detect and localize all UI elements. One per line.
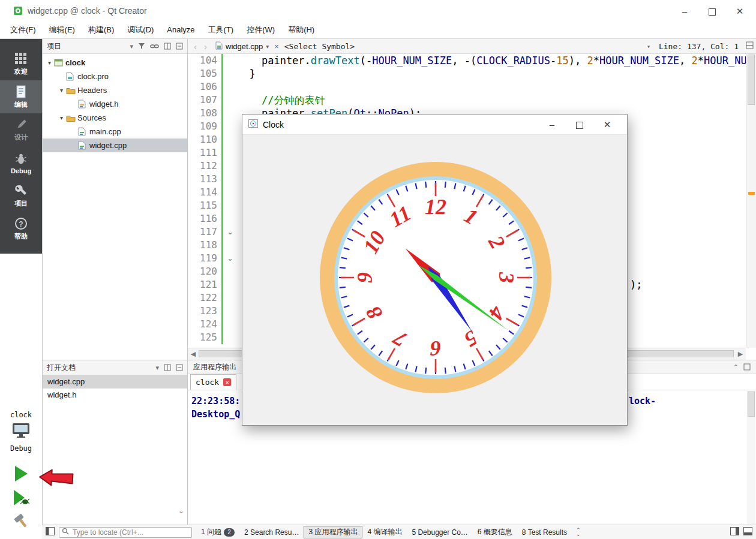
output-panel-title: 应用程序输出 xyxy=(193,362,236,372)
sync-with-editor-icon[interactable] xyxy=(150,43,159,50)
tree-item-widget.cpp[interactable]: widget.cpp xyxy=(43,138,187,152)
close-button[interactable]: ✕ xyxy=(726,0,754,22)
menu-item[interactable]: 编辑(E) xyxy=(43,22,82,38)
fold-column xyxy=(223,305,237,318)
open-document-item[interactable]: widget.h xyxy=(43,389,187,402)
tree-item-clock[interactable]: ▾clock xyxy=(43,56,187,70)
output-tab-clock[interactable]: clock ✕ xyxy=(190,374,236,390)
close-document-icon[interactable]: × xyxy=(274,42,279,51)
clock-minimize-button[interactable]: – xyxy=(538,115,566,134)
tree-item-Sources[interactable]: ▾Sources xyxy=(43,111,187,125)
mode-tab-edit[interactable]: 编辑 xyxy=(0,80,42,113)
run-debug-button[interactable] xyxy=(0,489,42,508)
clock-window-titlebar[interactable]: Clock – ✕ xyxy=(242,115,627,135)
maximize-panel-icon[interactable] xyxy=(743,363,751,371)
output-scroll-thumb[interactable] xyxy=(748,392,755,417)
symbol-selector[interactable]: <Select Symbol> ▾ xyxy=(284,42,659,51)
panel-dropdown-icon[interactable]: ▾ xyxy=(130,43,133,50)
clock-close-button[interactable]: ✕ xyxy=(593,115,621,134)
menu-item[interactable]: 控件(W) xyxy=(240,22,281,38)
build-button[interactable] xyxy=(0,511,42,531)
output-pane-button[interactable]: 1 问题2 xyxy=(196,526,239,538)
line-number: 113 xyxy=(188,173,221,186)
close-panel-icon[interactable] xyxy=(176,364,183,371)
filter-icon[interactable] xyxy=(138,43,145,50)
scroll-down-icon[interactable]: ⌄ xyxy=(178,507,184,515)
fold-column xyxy=(223,278,237,291)
fold-marker-icon[interactable]: ⌄ xyxy=(223,225,237,239)
menu-item[interactable]: 帮助(H) xyxy=(281,22,321,38)
tree-item-Headers[interactable]: ▾Headers xyxy=(43,83,187,97)
mode-tab-welcome[interactable]: 欢迎 xyxy=(0,47,42,80)
panel-dropdown-icon[interactable]: ▾ xyxy=(155,364,159,372)
fold-column xyxy=(223,212,237,225)
output-pane-button[interactable]: 5 Debugger Co… xyxy=(407,527,472,538)
forward-icon[interactable]: › xyxy=(200,41,211,52)
output-pane-button[interactable]: 3 应用程序输出 xyxy=(304,526,362,538)
editor-vertical-scrollbar[interactable] xyxy=(746,54,756,348)
output-pane-button[interactable]: 6 概要信息 xyxy=(473,526,517,538)
split-panel-icon[interactable] xyxy=(164,364,171,371)
line-number: 118 xyxy=(188,239,221,252)
run-icon xyxy=(13,475,29,484)
code-text: painter.drawText(-HOUR_NUM_SIZE, -(CLOCK… xyxy=(237,54,746,67)
menu-item[interactable]: Analyze xyxy=(160,22,201,38)
svg-text:3: 3 xyxy=(494,272,518,283)
output-pane-button[interactable]: 8 Test Results xyxy=(517,527,572,538)
file-pro-icon xyxy=(66,72,77,81)
fold-column xyxy=(223,54,237,67)
close-panel-icon[interactable] xyxy=(176,43,183,50)
maximize-button[interactable] xyxy=(698,0,726,22)
code-text: } xyxy=(237,67,256,80)
output-pane-button[interactable]: 2 Search Resu… xyxy=(239,527,304,538)
chevron-down-icon[interactable]: ▾ xyxy=(57,115,66,121)
code-text: //分钟的表针 xyxy=(237,94,325,107)
scroll-left-icon[interactable]: ◀ xyxy=(189,350,197,358)
line-number: 117 xyxy=(188,225,221,239)
output-pane-label: 2 Search Resu… xyxy=(244,528,299,537)
locator-box[interactable] xyxy=(59,527,192,538)
stop-close-icon[interactable]: ✕ xyxy=(223,378,231,386)
kit-selector-button[interactable] xyxy=(0,422,42,441)
menu-item[interactable]: 调试(D) xyxy=(121,22,160,38)
output-pane-button[interactable]: 4 编译输出 xyxy=(362,526,407,538)
open-documents-title: 打开文档 xyxy=(47,363,76,373)
mode-tab-label: Debug xyxy=(11,167,31,174)
fold-marker-icon[interactable]: ⌄ xyxy=(223,252,237,265)
tree-item-main.cpp[interactable]: main.cpp xyxy=(43,125,187,138)
scroll-right-icon[interactable]: ▶ xyxy=(736,350,745,358)
open-file-selector[interactable]: widget.cpp ▾ xyxy=(215,41,269,52)
locator-input[interactable] xyxy=(71,528,189,537)
line-number: 109 xyxy=(188,120,221,133)
split-panel-icon[interactable] xyxy=(164,43,171,50)
output-scrollbar[interactable] xyxy=(747,391,755,525)
toggle-right-sidebar-icon[interactable] xyxy=(743,527,752,537)
progress-details-icon[interactable] xyxy=(730,527,739,537)
collapse-panel-icon[interactable]: ⌃ xyxy=(733,363,739,371)
clock-maximize-button[interactable] xyxy=(566,115,593,134)
vertical-scroll-thumb[interactable] xyxy=(748,55,755,105)
chevron-down-icon[interactable]: ▾ xyxy=(57,87,66,94)
run-button[interactable] xyxy=(0,465,42,484)
mode-tab-projects[interactable]: 项目 xyxy=(0,179,42,212)
menu-item[interactable]: 工具(T) xyxy=(202,22,241,38)
chevron-down-icon[interactable]: ▾ xyxy=(45,59,54,66)
clock-app-window[interactable]: Clock – ✕ 123456789101112 xyxy=(242,114,628,426)
line-number: 111 xyxy=(188,146,221,159)
tree-item-label: Sources xyxy=(77,113,106,122)
mode-tab-design[interactable]: 设计 xyxy=(0,113,42,146)
menu-item[interactable]: 构建(B) xyxy=(82,22,121,38)
pane-navigation-arrows[interactable]: ⌃⌄ xyxy=(576,528,581,537)
mode-tab-debug[interactable]: Debug xyxy=(0,146,42,179)
back-icon[interactable]: ‹ xyxy=(190,41,200,52)
qt-creator-logo-icon xyxy=(13,6,23,16)
open-document-item[interactable]: widget.cpp xyxy=(43,375,187,389)
minimize-button[interactable]: – xyxy=(671,0,698,22)
code-line: 106 xyxy=(188,80,746,94)
tree-item-clock.pro[interactable]: clock.pro xyxy=(43,70,187,83)
mode-tab-help[interactable]: ?帮助 xyxy=(0,212,42,245)
split-editor-icon[interactable] xyxy=(746,41,754,51)
menu-item[interactable]: 文件(F) xyxy=(4,22,43,38)
toggle-left-sidebar-icon[interactable] xyxy=(46,527,55,537)
tree-item-widget.h[interactable]: widget.h xyxy=(43,97,187,111)
